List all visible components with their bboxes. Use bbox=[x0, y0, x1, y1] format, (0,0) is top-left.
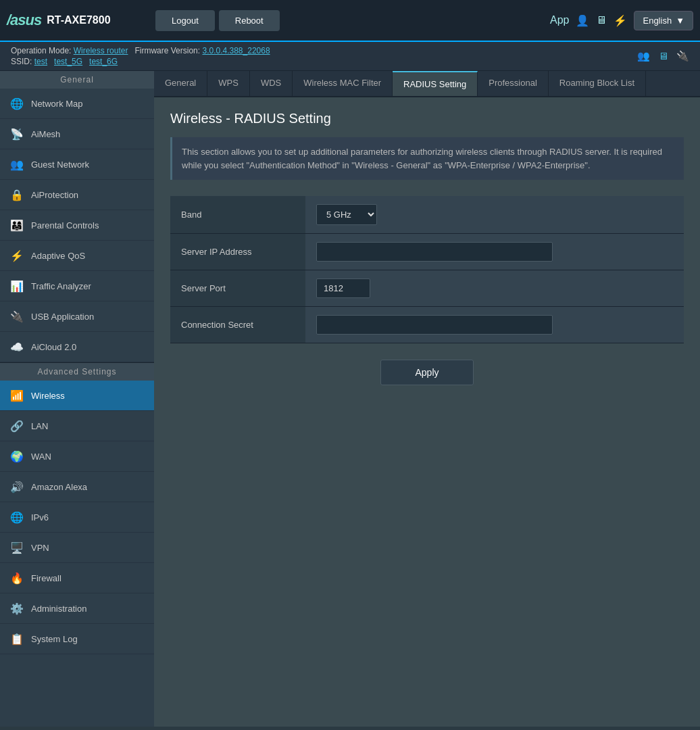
sidebar-item-amazon-alexa[interactable]: 🔊 Amazon Alexa bbox=[0, 472, 154, 502]
server-ip-label: Server IP Address bbox=[170, 234, 305, 270]
administration-icon: ⚙️ bbox=[9, 601, 24, 616]
sidebar-item-label: System Log bbox=[31, 634, 78, 644]
sidebar-item-adaptive-qos[interactable]: ⚡ Adaptive QoS bbox=[0, 241, 154, 271]
top-right-area: App 👤 🖥 ⚡ English ▼ bbox=[550, 11, 693, 30]
firmware-label: Firmware Version: bbox=[134, 46, 200, 55]
server-ip-row: Server IP Address bbox=[170, 234, 684, 270]
user-icon[interactable]: 👤 bbox=[576, 14, 589, 27]
sidebar-item-wireless[interactable]: 📶 Wireless bbox=[0, 381, 154, 411]
ipv6-icon: 🌐 bbox=[9, 510, 24, 525]
vpn-icon: 🖥️ bbox=[9, 540, 24, 555]
adaptive-qos-icon: ⚡ bbox=[9, 248, 24, 263]
monitor-status-icon[interactable]: 🖥 bbox=[658, 50, 668, 62]
sidebar-item-label: Parental Controls bbox=[31, 220, 99, 230]
page-title: Wireless - RADIUS Setting bbox=[170, 111, 684, 126]
system-log-icon: 📋 bbox=[9, 631, 24, 646]
sidebar-item-lan[interactable]: 🔗 LAN bbox=[0, 411, 154, 441]
firewall-icon: 🔥 bbox=[9, 570, 24, 585]
tab-professional[interactable]: Professional bbox=[478, 71, 549, 96]
status-bar: Operation Mode: Wireless router Firmware… bbox=[0, 42, 700, 71]
sidebar: General 🌐 Network Map 📡 AiMesh 👥 Guest N… bbox=[0, 71, 154, 727]
sidebar-item-administration[interactable]: ⚙️ Administration bbox=[0, 593, 154, 624]
language-selector[interactable]: English ▼ bbox=[634, 11, 693, 30]
aicloud-icon: ☁️ bbox=[9, 339, 24, 354]
tab-roaming-block-list[interactable]: Roaming Block List bbox=[549, 71, 646, 96]
apply-section: Apply bbox=[170, 360, 684, 385]
aiprotection-icon: 🔒 bbox=[9, 187, 24, 202]
parental-controls-icon: 👨‍👩‍👧 bbox=[9, 218, 24, 233]
traffic-analyzer-icon: 📊 bbox=[9, 278, 24, 293]
status-left: Operation Mode: Wireless router Firmware… bbox=[11, 46, 270, 66]
sidebar-item-parental-controls[interactable]: 👨‍👩‍👧 Parental Controls bbox=[0, 210, 154, 241]
reboot-button[interactable]: Reboot bbox=[219, 10, 280, 31]
sidebar-item-label: AiProtection bbox=[31, 190, 78, 200]
general-section-label: General bbox=[0, 71, 154, 89]
sidebar-item-aicloud[interactable]: ☁️ AiCloud 2.0 bbox=[0, 332, 154, 362]
sidebar-item-usb-application[interactable]: 🔌 USB Application bbox=[0, 301, 154, 332]
server-ip-input[interactable] bbox=[316, 242, 553, 262]
ssid-2g[interactable]: test bbox=[34, 57, 47, 66]
monitor-icon[interactable]: 🖥 bbox=[596, 14, 607, 26]
sidebar-item-network-map[interactable]: 🌐 Network Map bbox=[0, 89, 154, 119]
chevron-down-icon: ▼ bbox=[676, 16, 684, 26]
amazon-alexa-icon: 🔊 bbox=[9, 479, 24, 494]
sidebar-item-system-log[interactable]: 📋 System Log bbox=[0, 624, 154, 654]
sidebar-item-label: Network Map bbox=[31, 99, 83, 109]
usb-icon[interactable]: ⚡ bbox=[614, 14, 627, 27]
server-port-input[interactable] bbox=[316, 278, 370, 298]
server-port-row: Server Port bbox=[170, 270, 684, 307]
sidebar-item-label: USB Application bbox=[31, 312, 94, 322]
tabs-bar: General WPS WDS Wireless MAC Filter RADI… bbox=[154, 71, 700, 97]
connection-secret-row: Connection Secret bbox=[170, 307, 684, 343]
sidebar-item-label: Administration bbox=[31, 604, 86, 614]
band-row: Band 2.4 GHz 5 GHz 6 GHz bbox=[170, 196, 684, 234]
sidebar-item-aiprotection[interactable]: 🔒 AiProtection bbox=[0, 180, 154, 210]
operation-mode-label: Operation Mode: bbox=[11, 46, 71, 55]
content-area: General WPS WDS Wireless MAC Filter RADI… bbox=[154, 71, 700, 727]
top-bar: /asus RT-AXE7800 Logout Reboot App 👤 🖥 ⚡… bbox=[0, 0, 700, 42]
tab-wireless-mac-filter[interactable]: Wireless MAC Filter bbox=[293, 71, 393, 96]
connection-secret-label: Connection Secret bbox=[170, 307, 305, 343]
sidebar-item-label: Traffic Analyzer bbox=[31, 281, 91, 291]
advanced-section-label: Advanced Settings bbox=[0, 363, 154, 381]
sidebar-item-label: Wireless bbox=[31, 391, 65, 401]
people-icon[interactable]: 👥 bbox=[637, 50, 650, 62]
usb-application-icon: 🔌 bbox=[9, 309, 24, 324]
ssid-label: SSID: bbox=[11, 57, 32, 66]
apply-button[interactable]: Apply bbox=[380, 360, 473, 385]
sidebar-item-guest-network[interactable]: 👥 Guest Network bbox=[0, 149, 154, 180]
band-select[interactable]: 2.4 GHz 5 GHz 6 GHz bbox=[316, 204, 377, 225]
sidebar-item-firewall[interactable]: 🔥 Firewall bbox=[0, 563, 154, 593]
sidebar-item-ipv6[interactable]: 🌐 IPv6 bbox=[0, 502, 154, 533]
network-map-icon: 🌐 bbox=[9, 96, 24, 111]
sidebar-item-label: IPv6 bbox=[31, 512, 49, 522]
ssid-row: SSID: test test_5G test_6G bbox=[11, 57, 270, 66]
tab-radius-setting[interactable]: RADIUS Setting bbox=[393, 71, 478, 96]
tab-general[interactable]: General bbox=[154, 71, 207, 96]
aimesh-icon: 📡 bbox=[9, 126, 24, 141]
status-right: 👥 🖥 🔌 bbox=[637, 50, 689, 62]
firmware-value[interactable]: 3.0.0.4.388_22068 bbox=[202, 46, 270, 55]
logout-button[interactable]: Logout bbox=[155, 10, 215, 31]
model-name: RT-AXE7800 bbox=[47, 14, 110, 26]
tab-wps[interactable]: WPS bbox=[207, 71, 250, 96]
sidebar-item-label: LAN bbox=[31, 421, 48, 431]
asus-logo: /asus bbox=[7, 11, 41, 29]
sidebar-item-aimesh[interactable]: 📡 AiMesh bbox=[0, 119, 154, 149]
sidebar-item-wan[interactable]: 🌍 WAN bbox=[0, 441, 154, 472]
connection-secret-input[interactable] bbox=[316, 315, 553, 335]
tab-wds[interactable]: WDS bbox=[250, 71, 293, 96]
operation-mode-value[interactable]: Wireless router bbox=[74, 46, 128, 55]
sidebar-item-label: Amazon Alexa bbox=[31, 482, 87, 492]
ssid-6g[interactable]: test_6G bbox=[89, 57, 118, 66]
band-label: Band bbox=[170, 196, 305, 234]
sidebar-item-traffic-analyzer[interactable]: 📊 Traffic Analyzer bbox=[0, 271, 154, 301]
usb-status-icon[interactable]: 🔌 bbox=[676, 50, 689, 62]
server-ip-cell bbox=[305, 234, 684, 270]
sidebar-item-vpn[interactable]: 🖥️ VPN bbox=[0, 533, 154, 563]
ssid-5g[interactable]: test_5G bbox=[54, 57, 82, 66]
app-icon[interactable]: App bbox=[550, 14, 569, 26]
page-description: This section allows you to set up additi… bbox=[170, 137, 684, 180]
sidebar-item-label: AiMesh bbox=[31, 129, 60, 139]
connection-secret-cell bbox=[305, 307, 684, 343]
